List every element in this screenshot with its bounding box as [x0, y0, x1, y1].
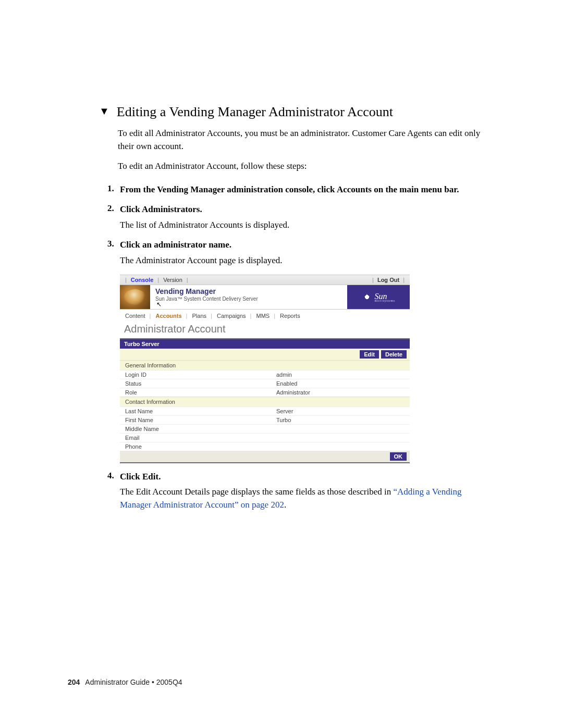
step-title: Click Edit.	[120, 471, 488, 483]
version-link[interactable]: Version	[163, 277, 182, 283]
steps-list: From the Vending Manager administration …	[107, 183, 488, 512]
label: Middle Name	[125, 426, 276, 432]
header-logo-image	[120, 285, 150, 309]
label: Status	[125, 380, 276, 387]
ok-button[interactable]: OK	[390, 452, 407, 461]
intro-paragraph-2: To edit an Administrator Account, follow…	[118, 160, 488, 173]
label: Role	[125, 389, 276, 396]
row-login-id: Login IDadmin	[120, 370, 410, 379]
footer-text: Administrator Guide • 2005Q4	[85, 678, 182, 686]
triangle-down-icon: ▼	[99, 106, 109, 116]
row-phone: Phone	[120, 442, 410, 451]
app-header: Vending Manager Sun Java™ System Content…	[120, 285, 410, 310]
label: First Name	[125, 417, 276, 423]
app-title: Vending Manager	[155, 287, 342, 295]
label: Email	[125, 435, 276, 441]
step-body: The list of Administrator Accounts is di…	[120, 219, 488, 232]
brand-sub: microsystems	[375, 299, 395, 302]
app-subtitle: Sun Java™ System Content Delivery Server	[155, 296, 342, 302]
nav-content[interactable]: Content	[125, 313, 145, 319]
row-middle-name: Middle Name	[120, 424, 410, 433]
row-role: RoleAdministrator	[120, 388, 410, 397]
step-body: The Administrator Account page is displa…	[120, 254, 488, 267]
row-first-name: First NameTurbo	[120, 415, 410, 424]
block-footer: OK	[120, 451, 410, 462]
label: Last Name	[125, 408, 276, 414]
value	[276, 435, 405, 441]
section-heading: ▼ Editing a Vending Manager Administrato…	[99, 104, 495, 120]
step-title: From the Vending Manager administration …	[120, 183, 488, 196]
divider: |	[403, 277, 405, 283]
value: Turbo	[276, 417, 405, 423]
account-block: Turbo Server Edit Delete General Informa…	[120, 338, 410, 463]
step-title: Click Administrators.	[120, 203, 488, 216]
console-link[interactable]: Console	[131, 277, 153, 283]
step-4: Click Edit. The Edit Account Details pag…	[107, 471, 488, 512]
step4-tail: .	[284, 500, 286, 510]
page: ▼ Editing a Vending Manager Administrato…	[0, 0, 563, 728]
page-footer: 204Administrator Guide • 2005Q4	[68, 678, 182, 686]
step4-text: The Edit Account Details page displays t…	[120, 487, 394, 497]
app-screenshot: | Console | Version | | Log Out |	[120, 275, 410, 463]
value: Server	[276, 408, 405, 414]
section-head-contact: Contact Information	[120, 397, 410, 406]
brand-block: Sun microsystems	[347, 285, 410, 309]
value	[276, 426, 405, 432]
app-topbar: | Console | Version | | Log Out |	[120, 275, 410, 285]
divider: |	[157, 277, 159, 283]
intro-paragraph-1: To edit all Administrator Accounts, you …	[118, 127, 488, 153]
nav-reports[interactable]: Reports	[280, 313, 300, 319]
block-titlebar: Turbo Server	[120, 339, 410, 349]
step-2: Click Administrators. The list of Admini…	[107, 203, 488, 231]
nav-plans[interactable]: Plans	[192, 313, 207, 319]
cursor-icon: ↖	[156, 301, 162, 308]
app-page-title: Administrator Account	[120, 321, 410, 338]
page-number: 204	[68, 678, 80, 686]
divider: |	[372, 277, 374, 283]
value	[276, 443, 405, 450]
header-title-area: Vending Manager Sun Java™ System Content…	[150, 285, 347, 309]
section-head-general: General Information	[120, 360, 410, 370]
row-status: StatusEnabled	[120, 379, 410, 388]
label: Login ID	[125, 372, 276, 378]
step-body: The Edit Account Details page displays t…	[120, 486, 488, 511]
delete-button[interactable]: Delete	[381, 350, 407, 359]
block-toolbar: Edit Delete	[120, 349, 410, 360]
section-title: Editing a Vending Manager Administrator …	[117, 104, 393, 120]
step-title: Click an administrator name.	[120, 239, 488, 251]
logout-link[interactable]: Log Out	[377, 277, 399, 283]
nav-accounts[interactable]: Accounts	[155, 313, 181, 319]
app-nav: Content| Accounts| Plans| Campaigns| MMS…	[120, 310, 410, 321]
divider: |	[125, 277, 127, 283]
edit-button[interactable]: Edit	[360, 350, 379, 359]
value: admin	[276, 372, 405, 378]
nav-campaigns[interactable]: Campaigns	[217, 313, 246, 319]
sun-logo-icon	[362, 292, 372, 302]
nav-mms[interactable]: MMS	[256, 313, 270, 319]
value: Enabled	[276, 380, 405, 387]
label: Phone	[125, 443, 276, 450]
divider: |	[187, 277, 188, 283]
value: Administrator	[276, 389, 405, 396]
row-last-name: Last NameServer	[120, 406, 410, 415]
row-email: Email	[120, 433, 410, 442]
step-1: From the Vending Manager administration …	[107, 183, 488, 196]
step-3: Click an administrator name. The Adminis…	[107, 239, 488, 463]
